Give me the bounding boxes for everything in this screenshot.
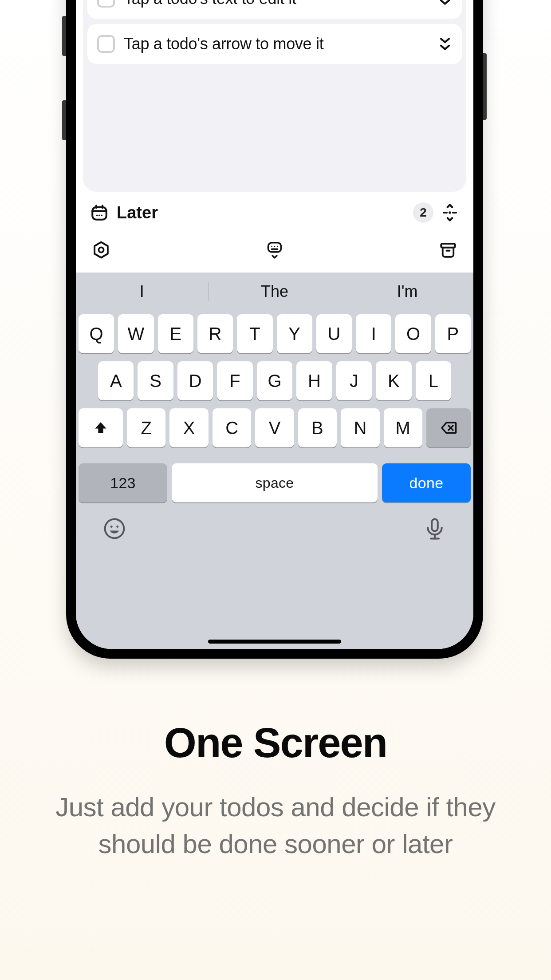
svg-rect-22 [432,519,438,531]
key-letter[interactable]: P [435,314,471,353]
key-letter[interactable]: J [336,361,372,400]
key-letter[interactable]: W [118,314,153,353]
key-letter[interactable]: X [169,408,208,447]
section-bar-later[interactable]: Later 2 [76,192,473,231]
key-letter[interactable]: L [416,361,451,400]
section-title: Later [117,203,158,222]
backspace-key[interactable] [426,408,471,447]
todo-text[interactable]: Tap a todo's text to edit it [124,0,429,8]
move-expand-icon[interactable] [441,203,459,222]
key-letter[interactable]: Y [277,314,312,353]
keyboard-hide-icon[interactable] [265,241,284,259]
headline: One Screen [40,719,511,767]
settings-hex-icon[interactable] [92,241,110,259]
svg-point-7 [449,211,451,214]
keyboard-row: A S D F G H J K L [79,361,471,400]
key-letter[interactable]: M [384,408,422,447]
svg-point-11 [271,246,272,247]
phone-screen: Tap a todo's text to edit it Tap a todo'… [76,0,473,649]
key-letter[interactable]: K [376,361,411,400]
subheadline: Just add your todos and decide if they s… [40,789,511,863]
suggestion[interactable]: I'm [341,282,473,301]
key-letter[interactable]: T [237,314,272,353]
svg-point-19 [105,519,124,538]
numbers-key[interactable]: 123 [79,463,167,502]
suggestion[interactable]: I [76,282,208,301]
key-letter[interactable]: B [298,408,337,447]
key-letter[interactable]: H [296,361,332,400]
key-letter[interactable]: V [255,408,294,447]
keyboard-row: Z X C V B N M [79,408,471,447]
archive-icon[interactable] [439,241,457,259]
key-letter[interactable]: I [356,314,391,353]
svg-point-12 [274,246,276,247]
key-letter[interactable]: D [177,361,213,400]
key-letter[interactable]: E [158,314,193,353]
phone-frame: Tap a todo's text to edit it Tap a todo'… [66,0,483,659]
todo-text[interactable]: Tap a todo's arrow to move it [124,35,429,53]
svg-point-6 [101,214,103,216]
bottom-toolbar [76,231,473,273]
key-letter[interactable]: C [213,408,251,447]
key-letter[interactable]: F [217,361,252,400]
space-key[interactable]: space [172,463,378,502]
mic-icon[interactable] [423,517,447,541]
todo-checkbox[interactable] [97,0,115,8]
key-letter[interactable]: R [197,314,233,353]
svg-point-13 [277,246,278,247]
marketing-copy: One Screen Just add your todos and decid… [0,719,551,863]
section-count-badge: 2 [413,202,433,223]
chevrons-down-icon[interactable] [438,36,452,52]
key-letter[interactable]: G [257,361,292,400]
todo-item[interactable]: Tap a todo's text to edit it [87,0,462,19]
svg-point-9 [98,247,103,252]
svg-point-20 [110,526,113,528]
shift-up-icon [93,420,108,435]
todos-container: Tap a todo's text to edit it Tap a todo'… [83,0,466,192]
key-letter[interactable]: Q [79,314,114,353]
todo-item[interactable]: Tap a todo's arrow to move it [87,24,462,64]
key-letter[interactable]: A [98,361,134,400]
keyboard-row: Q W E R T Y U I O P [79,314,471,353]
key-letter[interactable]: N [341,408,379,447]
calendar-later-icon [90,203,109,222]
key-letter[interactable]: S [138,361,173,400]
key-letter[interactable]: U [316,314,352,353]
svg-point-5 [98,214,100,216]
key-letter[interactable]: Z [127,408,165,447]
app-content: Tap a todo's text to edit it Tap a todo'… [76,0,473,649]
svg-point-21 [116,526,118,528]
svg-point-4 [96,214,98,216]
keyboard-bottom-bar [76,502,473,541]
emoji-icon[interactable] [102,517,126,541]
svg-marker-8 [94,242,108,258]
home-indicator[interactable] [208,640,341,644]
key-letter[interactable]: O [395,314,431,353]
svg-rect-10 [268,243,281,252]
chevrons-down-icon[interactable] [438,0,452,7]
keyboard: I The I'm Q W E R T Y U I [76,273,473,649]
todo-checkbox[interactable] [97,35,115,53]
done-key[interactable]: done [382,463,471,502]
suggestion[interactable]: The [209,282,341,301]
keyboard-suggestions: I The I'm [76,273,473,311]
shift-key[interactable] [79,408,123,447]
keyboard-row: 123 space done [79,463,471,502]
svg-rect-0 [92,207,106,220]
backspace-icon [440,419,457,437]
